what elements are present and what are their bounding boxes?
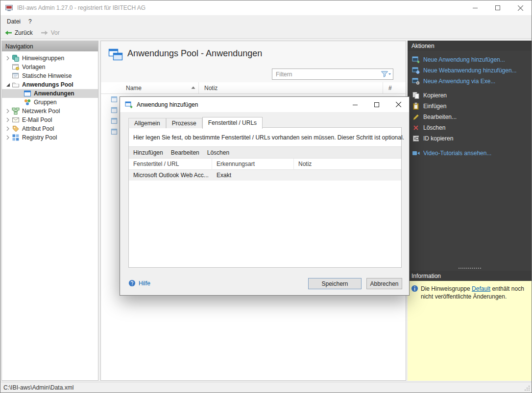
- email-pool-icon: [12, 116, 20, 124]
- filter-icon[interactable]: [381, 70, 391, 78]
- sidebar-item-anwendungs-pool[interactable]: Anwendungs Pool: [2, 80, 98, 89]
- column-header-name[interactable]: Name: [121, 82, 199, 93]
- minimize-button[interactable]: [464, 0, 486, 15]
- action-einfuegen[interactable]: Einfügen: [408, 101, 532, 112]
- column-header-fenstertitel-url[interactable]: Fenstertitel / URL: [129, 159, 212, 169]
- action-bearbeiten[interactable]: Bearbeiten...: [408, 112, 532, 122]
- sort-asc-icon: [191, 86, 195, 89]
- netzwerk-pool-icon: [12, 107, 20, 115]
- forward-icon: [41, 29, 48, 36]
- loeschen-button[interactable]: Löschen: [207, 149, 229, 156]
- application-icon: [111, 117, 118, 124]
- sidebar-item-attribut-pool[interactable]: Attribut Pool: [2, 124, 98, 133]
- chevron-right-icon[interactable]: [4, 117, 12, 122]
- sidebar-item-hinweisgruppen[interactable]: Hinweisgruppen: [2, 54, 98, 63]
- app-logo-icon: [5, 4, 13, 12]
- actions-body: Neue Anwendung hinzufügen... Neue Webanw…: [408, 51, 532, 271]
- statische-hinweise-icon: [12, 72, 20, 80]
- sidebar-item-anwendungen[interactable]: Anwendungen: [2, 89, 98, 98]
- action-neue-anwendung[interactable]: Neue Anwendung hinzufügen...: [408, 54, 532, 65]
- maximize-icon: [374, 102, 379, 107]
- dialog-title: Anwendung hinzufügen: [137, 101, 198, 108]
- hinzufuegen-button[interactable]: Hinzufügen: [133, 149, 163, 156]
- chevron-right-icon[interactable]: [4, 126, 12, 131]
- bearbeiten-button[interactable]: Bearbeiten: [171, 149, 199, 156]
- menu-datei[interactable]: Datei: [3, 16, 24, 27]
- application-icon: [111, 128, 118, 135]
- sidebar-item-gruppen[interactable]: Gruppen: [2, 98, 98, 107]
- copy-id-icon: [412, 135, 420, 142]
- gruppen-icon: [24, 98, 31, 106]
- actions-header: Aktionen: [408, 41, 532, 51]
- back-button[interactable]: Zurück: [0, 27, 37, 38]
- action-loeschen[interactable]: Löschen: [408, 122, 532, 133]
- titlebar[interactable]: IBI-aws Admin 1.27.0 - registriert für I…: [0, 0, 532, 15]
- delete-icon: [412, 124, 420, 132]
- dialog-toolbar: Hinzufügen Bearbeiten Löschen: [129, 146, 401, 159]
- filter-box: [272, 69, 393, 80]
- close-icon: [518, 5, 523, 11]
- cancel-button[interactable]: Abbrechen: [366, 278, 402, 289]
- table-row[interactable]: Microsoft Outlook Web Acc... Exakt: [129, 170, 401, 181]
- hinweisgruppen-icon: [12, 54, 20, 62]
- actions-panel: Aktionen Neue Anwendung hinzufügen... Ne…: [408, 41, 532, 381]
- dialog-tabs: Allgemein Prozesse Fenstertitel / URLs: [128, 117, 263, 128]
- close-button[interactable]: [509, 0, 532, 15]
- sidebar-item-email-pool[interactable]: E-Mail Pool: [2, 116, 98, 124]
- help-icon: [128, 279, 136, 287]
- application-icon: [111, 107, 118, 114]
- information-text: Die Hinweisgruppe Default enthält noch n…: [408, 281, 532, 301]
- tab-prozesse[interactable]: Prozesse: [166, 118, 202, 128]
- new-application-icon: [412, 56, 420, 64]
- dialog-titlebar[interactable]: Anwendung hinzufügen: [120, 97, 409, 112]
- panel-splitter[interactable]: [459, 268, 481, 269]
- dialog-maximize-button[interactable]: [366, 97, 387, 112]
- chevron-right-icon[interactable]: [4, 56, 12, 61]
- dialog-minimize-button[interactable]: [344, 97, 366, 112]
- dialog-footer: Hilfe Speichern Abbrechen: [120, 274, 409, 295]
- vorlagen-icon: [12, 63, 20, 71]
- forward-button[interactable]: Vor: [37, 27, 64, 38]
- sidebar-item-registry-pool[interactable]: Registry Pool: [2, 133, 98, 142]
- tab-fenstertitel-urls[interactable]: Fenstertitel / URLs: [202, 117, 263, 129]
- action-kopieren[interactable]: Kopieren: [408, 90, 532, 101]
- column-header-erkennungsart[interactable]: Erkennungsart: [212, 159, 294, 169]
- sidebar-item-netzwerk-pool[interactable]: Netzwerk Pool: [2, 107, 98, 116]
- anwendung-hinzufuegen-dialog: Anwendung hinzufügen Allgemein Prozesse …: [120, 96, 410, 296]
- navigation-panel: Navigation Hinweisgruppen Vorlagen Stati…: [1, 41, 98, 381]
- status-path: C:\IBI-aws\Admin\Data.xml: [3, 384, 73, 391]
- new-application-dialog-icon: [125, 101, 133, 109]
- default-link[interactable]: Default: [472, 285, 490, 292]
- resize-grip-icon[interactable]: [524, 385, 531, 392]
- column-header-notiz[interactable]: Notiz: [199, 82, 383, 93]
- information-header-bar: Information: [408, 271, 532, 281]
- chevron-right-icon[interactable]: [4, 109, 12, 114]
- action-id-kopieren[interactable]: ID kopieren: [408, 133, 532, 144]
- navigation-toolbar: Zurück Vor: [0, 27, 532, 39]
- action-video-tutorials[interactable]: Video-Tutorials ansehen...: [408, 148, 532, 159]
- help-link[interactable]: Hilfe: [128, 279, 150, 287]
- copy-icon: [412, 92, 420, 99]
- page-title: Anwendungs Pool - Anwendungen: [127, 48, 262, 59]
- column-header-count[interactable]: #: [383, 82, 406, 93]
- action-neue-webanwendung[interactable]: Neue Webanwendung hinzufügen...: [408, 65, 532, 76]
- maximize-button[interactable]: [486, 0, 509, 15]
- filter-input[interactable]: [272, 71, 381, 78]
- back-icon: [4, 29, 12, 36]
- dialog-description: Hier legen Sie fest, ob bestimmte Fenste…: [129, 128, 401, 141]
- dialog-close-button[interactable]: [387, 97, 409, 112]
- column-header-notiz[interactable]: Notiz: [294, 159, 401, 169]
- tab-allgemein[interactable]: Allgemein: [128, 118, 166, 128]
- edit-icon: [412, 113, 420, 121]
- menu-help[interactable]: ?: [24, 16, 36, 27]
- save-button[interactable]: Speichern: [308, 278, 362, 289]
- registry-pool-icon: [12, 134, 20, 141]
- sidebar-item-vorlagen[interactable]: Vorlagen: [2, 63, 98, 71]
- chevron-expanded-icon[interactable]: [4, 83, 12, 87]
- action-neue-anwendung-via-exe[interactable]: Neue Anwendung via Exe...: [408, 76, 532, 87]
- dialog-table-header: Fenstertitel / URL Erkennungsart Notiz: [129, 159, 401, 170]
- sidebar-item-statische-hinweise[interactable]: Statische Hinweise: [2, 71, 98, 80]
- maximize-icon: [495, 5, 500, 10]
- app-window: IBI-aws Admin 1.27.0 - registriert für I…: [0, 0, 532, 393]
- chevron-right-icon[interactable]: [4, 135, 12, 140]
